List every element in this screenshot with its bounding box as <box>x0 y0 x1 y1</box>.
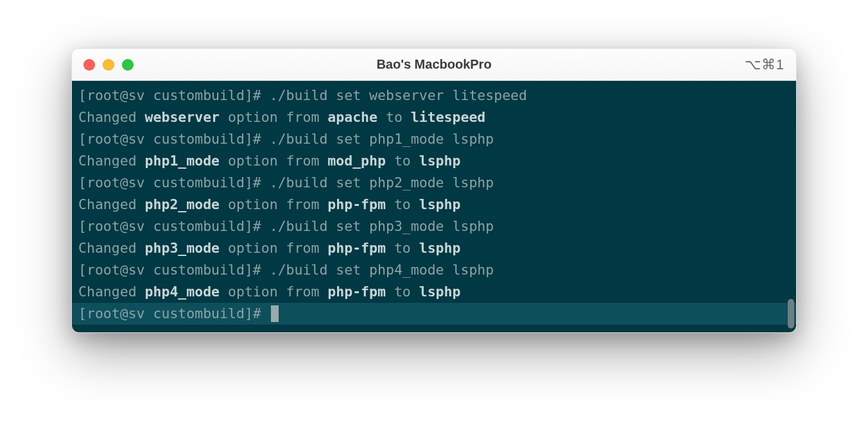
close-icon[interactable] <box>83 59 95 71</box>
maximize-icon[interactable] <box>122 59 134 71</box>
output-bold: php-fpm <box>327 194 386 216</box>
output-bold: php2_mode <box>145 194 220 216</box>
command: ./build set php3_mode lsphp <box>270 216 494 237</box>
command: ./build set php4_mode lsphp <box>270 259 494 281</box>
output-text: option from <box>220 281 327 303</box>
terminal-active-line[interactable]: [root@sv custombuild]# <box>72 303 796 325</box>
output-text: to <box>386 150 419 172</box>
prompt: [root@sv custombuild]# <box>78 85 270 106</box>
terminal-line: Changed webserver option from apache to … <box>78 106 790 128</box>
prompt: [root@sv custombuild]# <box>78 128 270 150</box>
scrollbar-track[interactable] <box>788 85 794 328</box>
output-text: to <box>378 106 411 128</box>
prompt: [root@sv custombuild]# <box>78 216 270 237</box>
output-bold: apache <box>327 106 378 128</box>
output-bold: mod_php <box>327 150 386 172</box>
shortcut-indicator: ⌥⌘1 <box>745 56 785 73</box>
output-text: Changed <box>78 194 145 216</box>
output-text: to <box>386 194 419 216</box>
output-bold: php-fpm <box>327 281 386 303</box>
command: ./build set php1_mode lsphp <box>270 128 494 150</box>
terminal-line: [root@sv custombuild]# ./build set php1_… <box>78 128 790 150</box>
output-bold: webserver <box>145 106 220 128</box>
terminal-window: Bao's MacbookPro ⌥⌘1 [root@sv custombuil… <box>71 48 797 333</box>
terminal-line: [root@sv custombuild]# ./build set php4_… <box>78 259 790 281</box>
prompt: [root@sv custombuild]# <box>78 303 270 325</box>
output-text: option from <box>220 106 327 128</box>
prompt: [root@sv custombuild]# <box>78 259 270 281</box>
output-bold: litespeed <box>411 106 486 128</box>
command: ./build set php2_mode lsphp <box>270 172 494 194</box>
output-bold: php1_mode <box>145 150 220 172</box>
output-text: to <box>386 237 419 259</box>
output-bold: php-fpm <box>327 237 386 259</box>
terminal-body[interactable]: [root@sv custombuild]# ./build set webse… <box>72 81 796 332</box>
output-text: Changed <box>78 106 145 128</box>
output-text: to <box>386 281 419 303</box>
output-bold: lsphp <box>419 237 461 259</box>
terminal-content[interactable]: [root@sv custombuild]# ./build set webse… <box>72 85 796 325</box>
output-bold: php4_mode <box>145 281 220 303</box>
titlebar[interactable]: Bao's MacbookPro ⌥⌘1 <box>72 49 796 81</box>
terminal-line: [root@sv custombuild]# ./build set php3_… <box>78 216 790 237</box>
traffic-lights <box>83 59 134 71</box>
minimize-icon[interactable] <box>103 59 114 71</box>
terminal-line: Changed php2_mode option from php-fpm to… <box>78 194 790 216</box>
cursor-icon <box>271 305 279 322</box>
scrollbar-thumb[interactable] <box>788 299 794 328</box>
output-bold: lsphp <box>419 194 461 216</box>
output-text: Changed <box>78 150 145 172</box>
terminal-line: Changed php4_mode option from php-fpm to… <box>78 281 790 303</box>
output-text: option from <box>220 194 327 216</box>
window-title: Bao's MacbookPro <box>376 57 491 72</box>
output-bold: lsphp <box>419 281 461 303</box>
output-text: option from <box>220 150 327 172</box>
output-text: Changed <box>78 281 145 303</box>
terminal-line: [root@sv custombuild]# ./build set php2_… <box>78 172 790 194</box>
command: ./build set webserver litespeed <box>270 85 527 106</box>
terminal-line: [root@sv custombuild]# ./build set webse… <box>78 85 790 106</box>
terminal-line: Changed php1_mode option from mod_php to… <box>78 150 790 172</box>
output-text: option from <box>220 237 327 259</box>
output-text: Changed <box>78 237 145 259</box>
terminal-line: Changed php3_mode option from php-fpm to… <box>78 237 790 259</box>
output-bold: php3_mode <box>145 237 220 259</box>
prompt: [root@sv custombuild]# <box>78 172 270 194</box>
output-bold: lsphp <box>419 150 461 172</box>
